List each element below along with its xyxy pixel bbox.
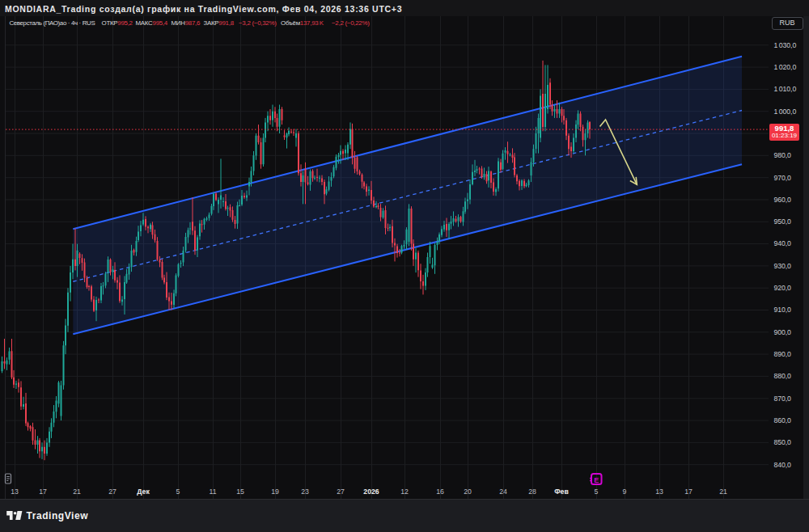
svg-text:E: E [594, 476, 599, 484]
